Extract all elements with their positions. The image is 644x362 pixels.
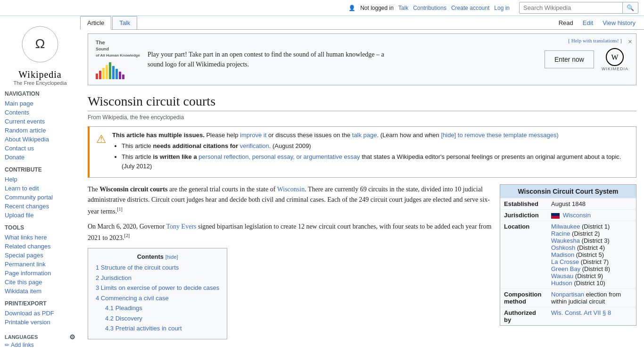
gear-icon[interactable]: ⚙ — [69, 333, 75, 341]
location-oshkosh[interactable]: Oshkosh — [551, 244, 575, 251]
location-lacrosse[interactable]: La Crosse — [551, 258, 579, 265]
location-greenbay[interactable]: Green Bay — [551, 265, 580, 272]
sidebar-item-about-wikipedia[interactable]: About Wikipedia — [5, 135, 75, 144]
sidebar-item-cite-this-page[interactable]: Cite this page — [5, 278, 75, 287]
sidebar-item-donate[interactable]: Donate — [5, 153, 75, 162]
nonpartisan-link[interactable]: Nonpartisan — [551, 291, 584, 298]
sidebar-item-contact-us[interactable]: Contact us — [5, 144, 75, 153]
svg-text:W: W — [611, 53, 619, 61]
ref-2[interactable]: [2] — [124, 233, 130, 238]
location-madison[interactable]: Madison — [551, 251, 574, 258]
talk-link[interactable]: Talk — [398, 5, 408, 11]
wiki-subtitle: The Free Encyclopedia — [0, 80, 80, 86]
talk-page-link[interactable]: talk page — [352, 132, 377, 139]
enter-now-button[interactable]: Enter now — [545, 50, 594, 68]
authorized-link[interactable]: Wis. Const. Art VII § 8 — [551, 309, 611, 316]
wikipedia-logo-image: Ω — [21, 25, 59, 63]
banner: [ Help with translations! ] TheSoundof A… — [88, 33, 636, 85]
sidebar-item-download-pdf[interactable]: Download as PDF — [5, 309, 75, 318]
tab-edit[interactable]: Edit — [579, 16, 597, 29]
not-logged-in-label: Not logged in — [360, 5, 394, 11]
sidebar-item-main-page[interactable]: Main page — [5, 99, 75, 108]
issue-item-1: This article needs additional citations … — [122, 141, 629, 151]
sidebar-item-what-links-here[interactable]: What links here — [5, 233, 75, 242]
languages-title: Languages — [5, 334, 38, 340]
jurisdiction-link[interactable]: Wisconsin — [563, 212, 591, 219]
tab-view-history[interactable]: View history — [599, 16, 639, 29]
issues-title: This article has multiple issues. — [112, 132, 205, 139]
toc-item-4-2: 4.2 Discovery — [105, 314, 219, 323]
location-waukesha[interactable]: Waukesha — [551, 237, 580, 244]
verification-link[interactable]: verification — [240, 142, 269, 149]
personal-reflection-link[interactable]: personal reflection, personal essay, or … — [198, 153, 360, 160]
toc-hide-toggle[interactable]: [hide] — [165, 254, 178, 260]
search-button[interactable]: 🔍 — [623, 2, 638, 14]
location-racine[interactable]: Racine — [551, 230, 570, 237]
sidebar: Ω Wikipedia The Free Encyclopedia Naviga… — [0, 16, 80, 359]
improve-it-link[interactable]: improve it — [240, 132, 266, 139]
sidebar-item-recent-changes[interactable]: Recent changes — [5, 202, 75, 211]
sidebar-item-current-events[interactable]: Current events — [5, 117, 75, 126]
sidebar-item-contents[interactable]: Contents — [5, 108, 75, 117]
add-links-button[interactable]: ✏ Add links — [5, 341, 75, 349]
sidebar-item-related-changes[interactable]: Related changes — [5, 242, 75, 251]
tab-article[interactable]: Article — [80, 16, 111, 30]
infobox-row-jurisdiction: Jurisdiction Wisconsin — [500, 210, 636, 221]
sidebar-item-page-information[interactable]: Page information — [5, 269, 75, 278]
sidebar-item-help[interactable]: Help — [5, 175, 75, 184]
wisconsin-link[interactable]: Wisconsin — [277, 186, 305, 193]
sidebar-item-printable-version[interactable]: Printable version — [5, 318, 75, 327]
close-banner-button[interactable]: × — [628, 38, 632, 46]
toc-list: 1 Structure of the circuit courts 2 Juri… — [96, 263, 219, 333]
toc-link-4-3[interactable]: 4.3 Pretrial activities in court — [105, 325, 182, 332]
hide-link[interactable]: [hide] — [441, 132, 456, 139]
infobox-row-established: Established August 1848 — [500, 198, 636, 210]
sidebar-item-learn-to-edit[interactable]: Learn to edit — [5, 184, 75, 193]
toc-link-3[interactable]: 3 Limits on exercise of power to decide … — [96, 284, 219, 291]
print-section: Print/export Download as PDF Printable v… — [0, 300, 80, 327]
log-in-link[interactable]: Log in — [494, 5, 510, 11]
tab-talk[interactable]: Talk — [112, 16, 137, 29]
toc-link-4-1[interactable]: 4.1 Pleadings — [105, 304, 142, 312]
toc-link-4-2[interactable]: 4.2 Discovery — [105, 315, 142, 322]
wikimedia-logo: W WIKIMEDIA — [602, 48, 628, 71]
wiki-logo-text: Wikipedia The Free Encyclopedia — [0, 69, 80, 86]
sidebar-item-community-portal[interactable]: Community portal — [5, 193, 75, 202]
location-hudson[interactable]: Hudson — [551, 280, 572, 287]
sidebar-item-wikidata-item[interactable]: Wikidata item — [5, 287, 75, 296]
languages-section: Languages ⚙ ✏ Add links — [0, 330, 80, 352]
tony-evers-link[interactable]: Tony Evers — [166, 223, 197, 230]
languages-header: Languages ⚙ — [5, 333, 75, 341]
sidebar-item-upload-file[interactable]: Upload file — [5, 211, 75, 220]
toc-item-1: 1 Structure of the circuit courts — [96, 263, 219, 272]
wiki-logo: Ω — [0, 21, 80, 69]
from-wikipedia: From Wikipedia, the free encyclopedia — [88, 114, 636, 121]
search-input[interactable] — [519, 2, 623, 14]
location-label: Location — [500, 221, 547, 289]
toc-link-1[interactable]: 1 Structure of the circuit courts — [96, 264, 179, 271]
tabs-bar: Article Talk Read Edit View history — [80, 16, 644, 30]
location-wausau[interactable]: Wausau — [551, 272, 573, 280]
tab-read[interactable]: Read — [555, 16, 577, 29]
sidebar-item-permanent-link[interactable]: Permanent link — [5, 260, 75, 269]
toc-link-2[interactable]: 2 Jurisdiction — [96, 274, 132, 281]
infobox: Wisconsin Circuit Court System Establish… — [500, 184, 636, 326]
contributions-link[interactable]: Contributions — [413, 5, 446, 11]
issues-content: This article has multiple issues. Please… — [112, 132, 629, 173]
sidebar-item-random-article[interactable]: Random article — [5, 126, 75, 135]
toc-item-4-1: 4.1 Pleadings — [105, 304, 219, 313]
established-label: Established — [500, 198, 547, 210]
pencil-icon: ✏ — [5, 342, 9, 348]
toc-item-4-3: 4.3 Pretrial activities in court — [105, 324, 219, 333]
sidebar-item-special-pages[interactable]: Special pages — [5, 251, 75, 260]
wiki-title: Wikipedia — [0, 69, 80, 80]
toc-link-4[interactable]: 4 Commencing a civil case — [96, 295, 169, 302]
toc-item-2: 2 Jurisdiction — [96, 273, 219, 283]
to-remove-link[interactable]: to remove these template messages) — [458, 132, 559, 139]
create-account-link[interactable]: Create account — [451, 5, 489, 11]
top-bar: 👤 Not logged in Talk Contributions Creat… — [0, 0, 644, 16]
help-translations-link[interactable]: [ Help with translations! ] — [568, 38, 622, 43]
ref-1[interactable]: [1] — [117, 206, 123, 212]
print-section-title: Print/export — [5, 300, 75, 307]
location-milwaukee[interactable]: Milwaukee — [551, 223, 580, 230]
